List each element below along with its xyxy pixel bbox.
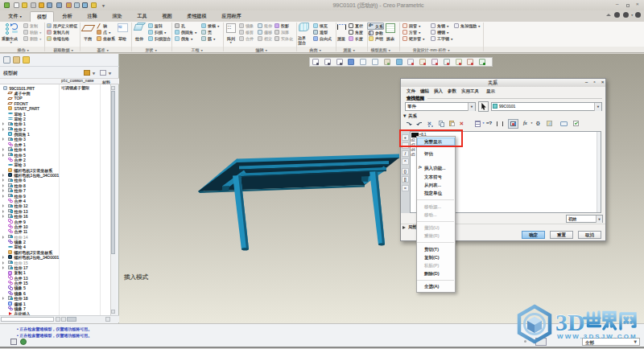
svg-text:WWW.3DSJW.COM: WWW.3DSJW.COM [557, 333, 638, 340]
svg-text:3D: 3D [555, 309, 585, 335]
